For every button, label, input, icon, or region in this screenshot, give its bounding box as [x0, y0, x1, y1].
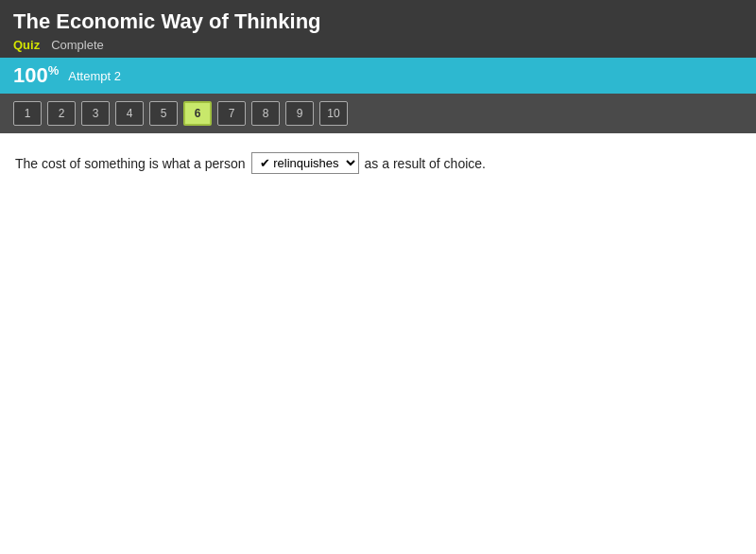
- nav-btn-4[interactable]: 4: [115, 101, 144, 126]
- header: The Economic Way of Thinking Quiz Comple…: [0, 0, 756, 58]
- answer-select[interactable]: ✔ relinquishes: [251, 152, 359, 174]
- header-sub: Quiz Complete: [13, 38, 743, 52]
- attempt-label: Attempt 2: [68, 69, 121, 83]
- quiz-label: Quiz: [13, 38, 40, 52]
- question-text-after: as a result of choice.: [365, 156, 486, 171]
- question-text-before: The cost of something is what a person: [15, 156, 246, 171]
- nav-btn-3[interactable]: 3: [81, 101, 110, 126]
- page-wrapper: The Economic Way of Thinking Quiz Comple…: [0, 0, 756, 554]
- nav-btn-1[interactable]: 1: [13, 101, 42, 126]
- nav-btn-7[interactable]: 7: [217, 101, 246, 126]
- score-bar: 100% Attempt 2: [0, 58, 756, 94]
- complete-label: Complete: [51, 38, 104, 52]
- nav-btn-5[interactable]: 5: [149, 101, 178, 126]
- nav-btn-9[interactable]: 9: [285, 101, 314, 126]
- question-nav: 12345678910: [0, 94, 756, 133]
- page-title: The Economic Way of Thinking: [13, 9, 743, 34]
- nav-btn-8[interactable]: 8: [251, 101, 280, 126]
- nav-btn-6[interactable]: 6: [183, 101, 212, 126]
- question-text: The cost of something is what a person ✔…: [15, 152, 741, 174]
- nav-btn-2[interactable]: 2: [47, 101, 76, 126]
- score-percent: 100%: [13, 63, 59, 88]
- nav-btn-10[interactable]: 10: [319, 101, 348, 126]
- content-area: The cost of something is what a person ✔…: [0, 133, 756, 554]
